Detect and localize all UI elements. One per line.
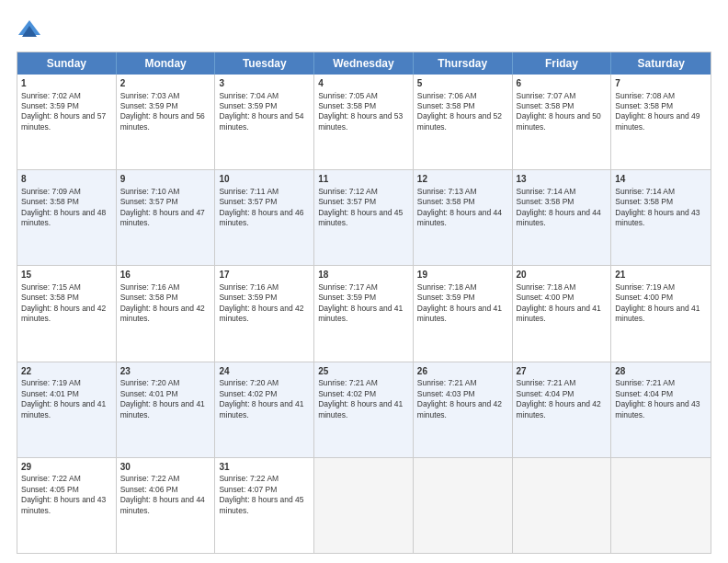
day-number: 27 <box>517 365 608 378</box>
day-number: 26 <box>417 365 508 378</box>
day-cell-24: 24Sunrise: 7:20 AMSunset: 4:02 PMDayligh… <box>215 362 314 457</box>
sunrise: Sunrise: 7:21 AM <box>318 378 378 387</box>
daylight: Daylight: 8 hours and 47 minutes. <box>120 208 205 227</box>
sunset: Sunset: 3:59 PM <box>219 101 277 110</box>
day-number: 18 <box>318 269 409 282</box>
day-cell-27: 27Sunrise: 7:21 AMSunset: 4:04 PMDayligh… <box>513 362 612 457</box>
day-header-monday: Monday <box>117 52 216 75</box>
daylight: Daylight: 8 hours and 44 minutes. <box>120 495 205 514</box>
daylight: Daylight: 8 hours and 41 minutes. <box>21 399 106 419</box>
daylight: Daylight: 8 hours and 50 minutes. <box>517 111 601 131</box>
sunrise: Sunrise: 7:02 AM <box>21 91 81 100</box>
day-cell-13: 13Sunrise: 7:14 AMSunset: 3:58 PMDayligh… <box>513 170 612 265</box>
daylight: Daylight: 8 hours and 49 minutes. <box>615 111 700 131</box>
day-cell-3: 3Sunrise: 7:04 AMSunset: 3:59 PMDaylight… <box>215 75 314 169</box>
empty-cell <box>513 458 612 553</box>
day-number: 30 <box>120 461 211 474</box>
daylight: Daylight: 8 hours and 44 minutes. <box>517 208 601 227</box>
day-number: 4 <box>318 77 409 90</box>
sunrise: Sunrise: 7:06 AM <box>417 91 477 100</box>
day-cell-23: 23Sunrise: 7:20 AMSunset: 4:01 PMDayligh… <box>117 362 216 457</box>
day-number: 7 <box>615 77 707 90</box>
day-number: 8 <box>21 173 112 186</box>
daylight: Daylight: 8 hours and 45 minutes. <box>219 495 303 514</box>
daylight: Daylight: 8 hours and 42 minutes. <box>21 304 106 323</box>
daylight: Daylight: 8 hours and 41 minutes. <box>318 304 403 323</box>
sunrise: Sunrise: 7:12 AM <box>318 187 378 196</box>
daylight: Daylight: 8 hours and 53 minutes. <box>318 111 403 131</box>
sunset: Sunset: 4:04 PM <box>517 389 574 398</box>
day-number: 15 <box>21 269 112 282</box>
daylight: Daylight: 8 hours and 42 minutes. <box>120 304 205 323</box>
day-cell-7: 7Sunrise: 7:08 AMSunset: 3:58 PMDaylight… <box>611 75 711 169</box>
sunset: Sunset: 4:06 PM <box>120 485 178 494</box>
day-header-saturday: Saturday <box>611 52 711 75</box>
day-number: 6 <box>517 77 608 90</box>
sunset: Sunset: 4:02 PM <box>219 389 277 398</box>
day-header-wednesday: Wednesday <box>314 52 414 75</box>
sunset: Sunset: 4:02 PM <box>318 389 376 398</box>
sunrise: Sunrise: 7:19 AM <box>21 378 81 387</box>
day-cell-26: 26Sunrise: 7:21 AMSunset: 4:03 PMDayligh… <box>414 362 513 457</box>
day-cell-22: 22Sunrise: 7:19 AMSunset: 4:01 PMDayligh… <box>17 362 117 457</box>
calendar-body: 1Sunrise: 7:02 AMSunset: 3:59 PMDaylight… <box>17 75 711 553</box>
sunrise: Sunrise: 7:13 AM <box>417 187 477 196</box>
daylight: Daylight: 8 hours and 41 minutes. <box>517 304 601 323</box>
sunrise: Sunrise: 7:04 AM <box>219 91 279 100</box>
day-cell-28: 28Sunrise: 7:21 AMSunset: 4:04 PMDayligh… <box>611 362 711 457</box>
day-number: 2 <box>120 77 211 90</box>
day-cell-12: 12Sunrise: 7:13 AMSunset: 3:58 PMDayligh… <box>414 170 513 265</box>
daylight: Daylight: 8 hours and 41 minutes. <box>417 304 502 323</box>
daylight: Daylight: 8 hours and 42 minutes. <box>417 399 502 419</box>
sunset: Sunset: 4:05 PM <box>21 485 79 494</box>
sunrise: Sunrise: 7:22 AM <box>120 474 180 483</box>
sunrise: Sunrise: 7:14 AM <box>615 187 675 196</box>
day-cell-16: 16Sunrise: 7:16 AMSunset: 3:58 PMDayligh… <box>117 266 216 361</box>
sunset: Sunset: 4:01 PM <box>21 389 79 398</box>
sunrise: Sunrise: 7:19 AM <box>615 282 675 292</box>
daylight: Daylight: 8 hours and 41 minutes. <box>219 399 303 419</box>
day-number: 22 <box>21 365 112 378</box>
daylight: Daylight: 8 hours and 54 minutes. <box>219 111 303 131</box>
sunrise: Sunrise: 7:18 AM <box>517 282 576 292</box>
sunset: Sunset: 3:58 PM <box>21 197 79 206</box>
day-cell-18: 18Sunrise: 7:17 AMSunset: 3:59 PMDayligh… <box>314 266 414 361</box>
day-cell-6: 6Sunrise: 7:07 AMSunset: 3:58 PMDaylight… <box>513 75 612 169</box>
day-number: 5 <box>417 77 508 90</box>
day-cell-17: 17Sunrise: 7:16 AMSunset: 3:59 PMDayligh… <box>215 266 314 361</box>
sunset: Sunset: 3:58 PM <box>21 293 79 302</box>
sunrise: Sunrise: 7:21 AM <box>417 378 477 387</box>
day-cell-25: 25Sunrise: 7:21 AMSunset: 4:02 PMDayligh… <box>314 362 414 457</box>
day-cell-1: 1Sunrise: 7:02 AMSunset: 3:59 PMDaylight… <box>17 75 117 169</box>
calendar-row-1: 1Sunrise: 7:02 AMSunset: 3:59 PMDaylight… <box>17 75 711 170</box>
sunrise: Sunrise: 7:18 AM <box>417 282 477 292</box>
logo-icon <box>17 17 42 42</box>
calendar: SundayMondayTuesdayWednesdayThursdayFrid… <box>17 52 711 554</box>
sunset: Sunset: 3:57 PM <box>120 197 178 206</box>
day-number: 10 <box>219 173 310 186</box>
day-number: 16 <box>120 269 211 282</box>
day-number: 21 <box>615 269 707 282</box>
day-number: 1 <box>21 77 112 90</box>
sunrise: Sunrise: 7:11 AM <box>219 187 279 196</box>
day-cell-8: 8Sunrise: 7:09 AMSunset: 3:58 PMDaylight… <box>17 170 117 265</box>
sunset: Sunset: 3:59 PM <box>318 293 376 302</box>
sunrise: Sunrise: 7:15 AM <box>21 282 81 292</box>
calendar-row-3: 15Sunrise: 7:15 AMSunset: 3:58 PMDayligh… <box>17 266 711 362</box>
daylight: Daylight: 8 hours and 43 minutes. <box>21 495 106 514</box>
day-cell-10: 10Sunrise: 7:11 AMSunset: 3:57 PMDayligh… <box>215 170 314 265</box>
sunset: Sunset: 3:58 PM <box>318 101 376 110</box>
header <box>17 17 711 42</box>
day-cell-4: 4Sunrise: 7:05 AMSunset: 3:58 PMDaylight… <box>314 75 414 169</box>
daylight: Daylight: 8 hours and 41 minutes. <box>120 399 205 419</box>
sunrise: Sunrise: 7:17 AM <box>318 282 378 292</box>
day-number: 3 <box>219 77 310 90</box>
day-number: 25 <box>318 365 409 378</box>
day-number: 31 <box>219 461 310 474</box>
day-number: 23 <box>120 365 211 378</box>
daylight: Daylight: 8 hours and 41 minutes. <box>318 399 403 419</box>
day-cell-2: 2Sunrise: 7:03 AMSunset: 3:59 PMDaylight… <box>117 75 216 169</box>
daylight: Daylight: 8 hours and 42 minutes. <box>517 399 601 419</box>
day-cell-14: 14Sunrise: 7:14 AMSunset: 3:58 PMDayligh… <box>611 170 711 265</box>
calendar-header: SundayMondayTuesdayWednesdayThursdayFrid… <box>17 52 711 75</box>
